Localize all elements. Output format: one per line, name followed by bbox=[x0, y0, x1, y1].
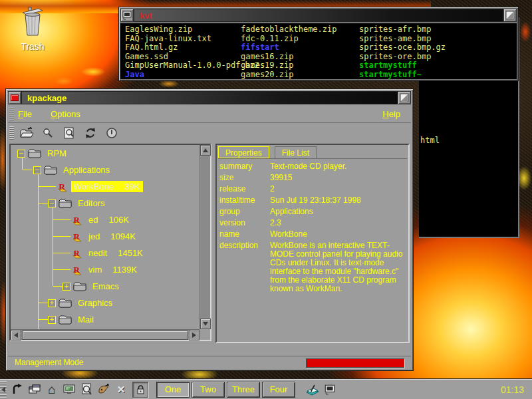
kvt-window-menu-button[interactable] bbox=[120, 9, 134, 22]
toolbar-drag-handle[interactable] bbox=[9, 126, 14, 140]
refresh-button[interactable] bbox=[82, 124, 99, 142]
menu-options[interactable]: Options bbox=[51, 109, 80, 119]
terminal-maximize-button[interactable] bbox=[503, 9, 517, 22]
property-value: Sun Jul 19 23:18:37 1998 bbox=[270, 196, 407, 205]
tree-item-nedit[interactable]: nedit1451K bbox=[11, 245, 200, 261]
find-files-button[interactable] bbox=[78, 381, 95, 398]
expand-expander-icon[interactable]: + bbox=[48, 299, 56, 307]
tree-item-workbone-selected[interactable]: WorkBone39K bbox=[11, 178, 200, 195]
tree-horizontal-scrollbar[interactable] bbox=[11, 329, 200, 340]
terminal-titlebar[interactable]: kvt bbox=[120, 9, 517, 22]
file-entry: FAQ-java-linux.txt bbox=[125, 35, 239, 44]
folder-icon bbox=[73, 281, 86, 291]
tree-item-vim[interactable]: vim1139K bbox=[11, 261, 200, 278]
taskbar: ⌂ ✕ bbox=[0, 379, 532, 399]
trash-icon[interactable]: Trash bbox=[11, 5, 55, 52]
tree-vertical-scrollbar[interactable] bbox=[200, 145, 210, 329]
find-file-button[interactable] bbox=[61, 124, 78, 142]
down-arrow-icon bbox=[203, 322, 208, 326]
tree-item-size: 1139K bbox=[104, 264, 140, 275]
rpm-package-icon bbox=[72, 265, 82, 275]
property-value: WorkBone bbox=[270, 230, 407, 239]
collapse-expander-icon[interactable]: − bbox=[33, 166, 41, 174]
window-menu-icon bbox=[11, 94, 19, 101]
help-book-button[interactable] bbox=[304, 381, 321, 398]
property-value: Text-mode CD player. bbox=[270, 162, 407, 171]
property-value: 2.3 bbox=[270, 219, 407, 227]
terminal-title-area: kvt bbox=[134, 9, 503, 22]
lock-screen-button[interactable] bbox=[132, 382, 148, 398]
kvt-taskbar-button[interactable] bbox=[321, 381, 338, 398]
property-value: Applications bbox=[270, 207, 407, 216]
rpm-package-icon bbox=[72, 231, 82, 242]
right-arrow-icon bbox=[192, 332, 196, 338]
tree-item-size: 106K bbox=[100, 214, 131, 225]
property-row: installtimeSun Jul 19 23:18:37 1998 bbox=[219, 196, 407, 205]
scroll-left-button[interactable] bbox=[11, 330, 21, 340]
terminal-launcher-button[interactable] bbox=[61, 381, 78, 398]
desktop-button-four[interactable]: Four bbox=[262, 382, 295, 398]
desktop-settings-button[interactable] bbox=[95, 381, 112, 398]
terminal-back-text: html bbox=[420, 136, 440, 145]
tree-item-mail[interactable]: + Mail bbox=[11, 311, 200, 328]
desktop-button-two[interactable]: Two bbox=[192, 382, 225, 398]
tree-item-emacs[interactable]: + Emacs bbox=[11, 278, 200, 295]
file-entry: fdc-0.11.zip bbox=[241, 35, 358, 44]
tree-item-graphics[interactable]: + Graphics bbox=[11, 295, 200, 311]
panel-hide-handle[interactable] bbox=[0, 381, 7, 398]
kpackage-title: kpackage bbox=[27, 93, 66, 103]
expand-expander-icon[interactable]: + bbox=[63, 283, 70, 291]
exec-entry: startmystuff bbox=[359, 61, 517, 70]
tree-item-applications[interactable]: − Applications bbox=[11, 162, 200, 178]
kpackage-window: kpackage File Options Help bbox=[5, 88, 414, 371]
dir-entry: fifstart bbox=[241, 43, 358, 53]
kpackage-titlebar[interactable]: kpackage bbox=[8, 91, 411, 104]
terminal-content[interactable]: EaglesWing.zip FAQ-java-linux.txt FAQ.ht… bbox=[120, 23, 517, 79]
up-arrow-icon bbox=[203, 148, 208, 152]
tree-item-editors[interactable]: − Editors bbox=[11, 195, 200, 211]
menu-file[interactable]: File bbox=[18, 109, 32, 119]
scroll-right-button[interactable] bbox=[189, 330, 200, 340]
scroll-up-button[interactable] bbox=[200, 145, 211, 156]
property-key: installtime bbox=[219, 196, 270, 205]
tab-properties[interactable]: Properties bbox=[218, 146, 269, 158]
scroll-down-button[interactable] bbox=[200, 319, 211, 329]
menu-help[interactable]: Help bbox=[382, 109, 400, 119]
package-tree[interactable]: − RPM − Applications WorkBone39K − bbox=[11, 145, 200, 329]
maximize-icon bbox=[505, 11, 515, 20]
find-package-button[interactable] bbox=[39, 124, 57, 142]
left-arrow-icon bbox=[14, 332, 18, 338]
file-entry: sprites-oce.bmp.gz bbox=[359, 43, 517, 53]
folder-icon bbox=[59, 315, 72, 325]
desktop-button-one[interactable]: One bbox=[156, 382, 190, 398]
desktop-button-three[interactable]: Three bbox=[227, 382, 260, 398]
property-value: WorkBone is an interactive TEXT-MODE con… bbox=[270, 241, 407, 293]
tree-item-jed[interactable]: jed1094K bbox=[11, 228, 200, 245]
tree-item-size: 1451K bbox=[110, 247, 146, 259]
kde-menu-button[interactable] bbox=[9, 381, 26, 398]
property-row: groupApplications bbox=[219, 207, 407, 216]
collapse-expander-icon[interactable]: − bbox=[17, 150, 25, 158]
open-package-button[interactable] bbox=[18, 124, 35, 142]
desktop: Trash html kvt EaglesWing.zip FAQ-java-l… bbox=[0, 0, 532, 399]
file-entry: FAQ.html.gz bbox=[125, 43, 239, 53]
scrollbar-thumb[interactable] bbox=[22, 331, 188, 340]
tree-item-rpm[interactable]: − RPM bbox=[11, 145, 200, 162]
rpm-package-icon bbox=[72, 248, 82, 259]
quit-button[interactable] bbox=[103, 124, 120, 142]
menubar-drag-handle[interactable] bbox=[9, 108, 14, 121]
desktop-pager: One Two Three Four bbox=[156, 382, 297, 398]
find-package-icon bbox=[42, 127, 54, 139]
property-key: version bbox=[219, 219, 270, 227]
property-row: nameWorkBone bbox=[219, 230, 407, 239]
home-button[interactable]: ⌂ bbox=[43, 381, 61, 398]
tab-file-list[interactable]: File List bbox=[275, 146, 317, 158]
xapp-button[interactable]: ✕ bbox=[112, 381, 130, 398]
expand-expander-icon[interactable]: + bbox=[48, 316, 56, 324]
kpackage-window-menu-button[interactable] bbox=[8, 91, 21, 104]
kpackage-maximize-button[interactable] bbox=[398, 91, 411, 104]
kpackage-statusbar: Management Mode bbox=[8, 356, 411, 368]
collapse-expander-icon[interactable]: − bbox=[48, 200, 56, 207]
window-list-button[interactable] bbox=[26, 381, 43, 398]
tree-item-ed[interactable]: ed106K bbox=[11, 211, 200, 228]
